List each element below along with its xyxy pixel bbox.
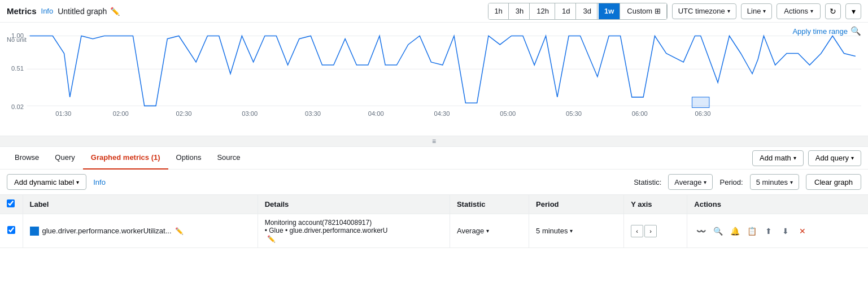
edit-details-icon[interactable]: ✏️ [267, 235, 276, 243]
header-bar: Metrics Info Untitled graph ✏️ 1h 3h 12h… [0, 0, 868, 23]
period-label: Period: [719, 178, 743, 186]
move-up-icon-button[interactable]: ⬆ [762, 224, 775, 238]
add-query-label: Add query [815, 154, 849, 162]
svg-text:06:30: 06:30 [695, 110, 711, 117]
period-select[interactable]: 5 minutes ▾ [750, 174, 799, 190]
resize-handle[interactable]: ≡ [0, 136, 868, 147]
period-caret-icon: ▾ [790, 179, 793, 185]
statistic-label: Statistic: [634, 178, 661, 186]
svg-text:05:00: 05:00 [500, 110, 516, 117]
svg-text:02:00: 02:00 [113, 110, 129, 117]
metric-color-swatch [30, 227, 39, 236]
actions-caret-icon: ▾ [810, 8, 813, 14]
tab-browse[interactable]: Browse [7, 147, 47, 170]
statistic-value: Average [674, 178, 701, 186]
row-checkbox[interactable] [7, 226, 15, 234]
select-all-checkbox[interactable] [7, 199, 15, 207]
row-statistic-select[interactable]: Average ▾ [457, 227, 522, 235]
timezone-select[interactable]: UTC timezone ▾ [672, 3, 736, 19]
th-checkbox [0, 195, 23, 214]
delete-icon-button[interactable]: ✕ [796, 224, 809, 238]
th-label: Label [23, 195, 258, 214]
edit-graph-name-icon[interactable]: ✏️ [110, 7, 120, 16]
row-yaxis-cell: ‹ › [624, 214, 687, 248]
svg-rect-17 [692, 97, 709, 108]
details-line1: Monitoring account(782104008917) [265, 219, 443, 227]
add-math-caret-icon: ▾ [793, 155, 796, 161]
edit-label-icon[interactable]: ✏️ [175, 227, 184, 235]
chart-search-icon[interactable]: 🔍 [850, 26, 861, 36]
alarm-icon-button[interactable]: 🔔 [728, 224, 741, 238]
metrics-toolbar: Add dynamic label ▾ Info Statistic: Aver… [0, 170, 868, 195]
th-actions: Actions [687, 195, 868, 214]
clear-graph-button[interactable]: Clear graph [806, 174, 861, 190]
metrics-table: Label Details Statistic Period Y axis Ac… [0, 195, 868, 248]
yaxis-buttons: ‹ › [631, 225, 680, 237]
tab-graphed-metrics[interactable]: Graphed metrics (1) [83, 147, 168, 170]
time-btn-custom[interactable]: Custom ⊞ [621, 3, 666, 19]
add-query-caret-icon: ▾ [851, 155, 854, 161]
time-btn-3h[interactable]: 3h [510, 3, 530, 19]
row-statistic-value: Average [457, 227, 484, 235]
row-period-value: 5 minutes [536, 227, 568, 235]
tab-source[interactable]: Source [209, 147, 248, 170]
search-action-icon[interactable]: 🔍 [711, 224, 725, 238]
chart-type-label: Line [747, 7, 761, 15]
row-period-select[interactable]: 5 minutes ▾ [536, 227, 617, 235]
graph-icon-button[interactable]: 〰️ [694, 224, 708, 238]
details-line2: • Glue • glue.driver.performance.workerU [265, 227, 443, 234]
time-btn-1h[interactable]: 1h [488, 3, 508, 19]
row-actions-cell: 〰️ 🔍 🔔 📋 ⬆ ⬇ ✕ [687, 214, 868, 248]
add-dynamic-label-text: Add dynamic label [14, 178, 74, 186]
statistic-inline-caret-icon: ▾ [486, 228, 489, 234]
row-statistic-cell: Average ▾ [450, 214, 529, 248]
no-unit-label: No unit [7, 36, 27, 43]
row-period-cell: 5 minutes ▾ [529, 214, 624, 248]
chart-type-select[interactable]: Line ▾ [741, 3, 773, 19]
apply-time-range-link[interactable]: Apply time range [792, 27, 848, 36]
th-statistic: Statistic [450, 195, 529, 214]
refresh-button[interactable]: ↻ [825, 3, 841, 19]
chart-svg: 1.00 0.51 0.02 01:30 02:00 02:30 03:00 0… [7, 27, 861, 118]
row-label-cell: glue.driver.performance.workerUtilizat..… [23, 214, 258, 248]
copy-icon-button[interactable]: 📋 [745, 224, 758, 238]
time-btn-3d[interactable]: 3d [577, 3, 597, 19]
period-value: 5 minutes [756, 178, 788, 186]
svg-text:02:30: 02:30 [176, 110, 192, 117]
statistic-select[interactable]: Average ▾ [668, 174, 713, 190]
add-dynamic-label-button[interactable]: Add dynamic label ▾ [7, 174, 86, 190]
page-title: Metrics [7, 6, 37, 16]
actions-button[interactable]: Actions ▾ [777, 3, 821, 19]
time-btn-1w[interactable]: 1w [599, 3, 620, 19]
th-yaxis: Y axis [624, 195, 687, 214]
svg-text:04:00: 04:00 [368, 110, 384, 117]
add-query-button[interactable]: Add query ▾ [808, 150, 861, 166]
add-math-label: Add math [760, 154, 791, 162]
period-inline-caret-icon: ▾ [570, 228, 573, 234]
svg-text:0.02: 0.02 [11, 103, 24, 110]
yaxis-right-button[interactable]: › [644, 225, 657, 237]
time-btn-1d[interactable]: 1d [556, 3, 576, 19]
time-range-controls: 1h 3h 12h 1d 3d 1w Custom ⊞ [488, 3, 667, 20]
more-button[interactable]: ▾ [845, 3, 861, 19]
info-link[interactable]: Info [41, 7, 54, 15]
metrics-info-link[interactable]: Info [93, 178, 106, 186]
yaxis-left-button[interactable]: ‹ [631, 225, 643, 237]
svg-text:04:30: 04:30 [434, 110, 450, 117]
svg-text:01:30: 01:30 [55, 110, 71, 117]
chart-type-caret-icon: ▾ [763, 8, 766, 14]
svg-text:0.51: 0.51 [11, 65, 24, 72]
row-details-cell: Monitoring account(782104008917) • Glue … [258, 214, 450, 248]
tab-options[interactable]: Options [168, 147, 210, 170]
add-math-button[interactable]: Add math ▾ [752, 150, 804, 166]
tabs-row: Browse Query Graphed metrics (1) Options… [0, 147, 868, 170]
table-header-row: Label Details Statistic Period Y axis Ac… [0, 195, 868, 214]
th-details: Details [258, 195, 450, 214]
move-down-icon-button[interactable]: ⬇ [779, 224, 792, 238]
metric-label: glue.driver.performance.workerUtilizat..… [42, 227, 172, 235]
graph-name-text: Untitled graph [58, 7, 107, 16]
tab-query[interactable]: Query [47, 147, 82, 170]
label-text-container: glue.driver.performance.workerUtilizat..… [30, 227, 251, 236]
timezone-caret-icon: ▾ [727, 8, 730, 14]
time-btn-12h[interactable]: 12h [531, 3, 555, 19]
